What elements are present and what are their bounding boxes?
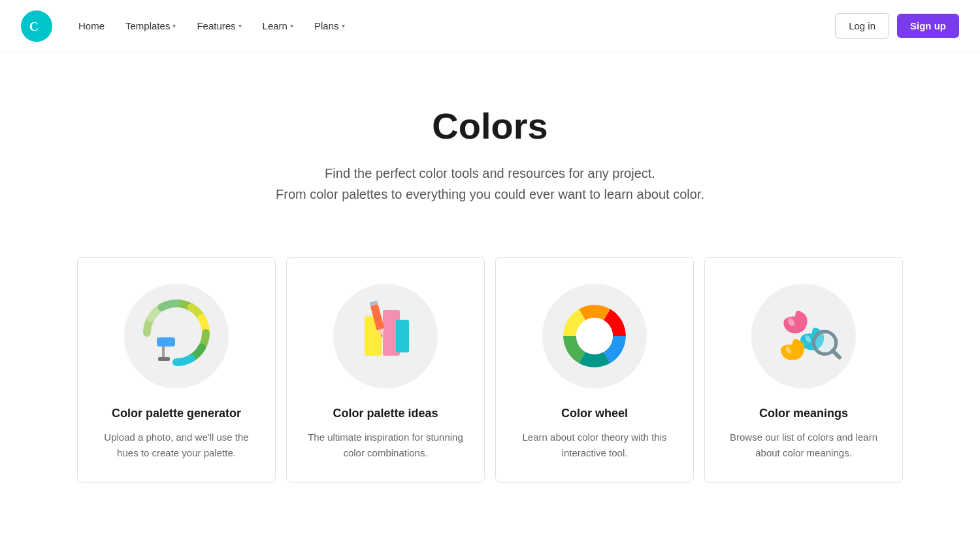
card-title: Color palette generator bbox=[96, 407, 257, 420]
palette-generator-icon bbox=[137, 297, 216, 375]
card-description: Learn about color theory with this inter… bbox=[514, 430, 675, 461]
hero-subtitle: Find the perfect color tools and resourc… bbox=[13, 163, 967, 205]
nav-learn[interactable]: Learn ▾ bbox=[255, 15, 301, 37]
navbar: C Home Templates ▾ Features ▾ Learn ▾ Pl… bbox=[0, 0, 980, 52]
card-icon-bg bbox=[333, 284, 438, 388]
card-icon-bg bbox=[751, 284, 856, 388]
card-palette-ideas[interactable]: Color palette ideas The ultimate inspira… bbox=[286, 257, 485, 483]
canva-logo[interactable]: C bbox=[21, 10, 52, 42]
cards-grid: Color palette generator Upload a photo, … bbox=[33, 244, 947, 522]
svg-rect-2 bbox=[162, 347, 165, 358]
color-wheel-icon bbox=[555, 297, 634, 375]
card-color-wheel[interactable]: Color wheel Learn about color theory wit… bbox=[495, 257, 694, 483]
svg-point-11 bbox=[576, 318, 613, 354]
hero-section: Colors Find the perfect color tools and … bbox=[0, 52, 980, 244]
card-description: The ultimate inspiration for stunning co… bbox=[305, 430, 466, 461]
card-description: Upload a photo, and we'll use the hues t… bbox=[96, 430, 257, 461]
nav-home[interactable]: Home bbox=[71, 15, 112, 37]
nav-links: Home Templates ▾ Features ▾ Learn ▾ Plan… bbox=[71, 15, 835, 37]
nav-actions: Log in Sign up bbox=[835, 13, 959, 39]
card-icon-bg bbox=[542, 284, 647, 388]
nav-features[interactable]: Features ▾ bbox=[189, 15, 249, 37]
card-title: Color meanings bbox=[723, 407, 884, 420]
nav-plans[interactable]: Plans ▾ bbox=[306, 15, 353, 37]
card-color-meanings[interactable]: Color meanings Browse our list of colors… bbox=[704, 257, 903, 483]
chevron-down-icon: ▾ bbox=[238, 22, 242, 29]
color-meanings-icon bbox=[764, 297, 843, 375]
svg-line-16 bbox=[833, 350, 840, 357]
svg-rect-3 bbox=[158, 357, 170, 361]
card-palette-generator[interactable]: Color palette generator Upload a photo, … bbox=[77, 257, 276, 483]
signup-button[interactable]: Sign up bbox=[897, 14, 959, 38]
card-title: Color wheel bbox=[514, 407, 675, 420]
page-title: Colors bbox=[13, 105, 967, 147]
login-button[interactable]: Log in bbox=[835, 13, 889, 39]
card-title: Color palette ideas bbox=[305, 407, 466, 420]
chevron-down-icon: ▾ bbox=[290, 22, 293, 29]
card-description: Browse our list of colors and learn abou… bbox=[723, 430, 884, 461]
svg-rect-1 bbox=[157, 337, 175, 347]
nav-templates[interactable]: Templates ▾ bbox=[118, 15, 184, 37]
palette-ideas-icon bbox=[346, 297, 425, 375]
svg-text:C: C bbox=[29, 20, 39, 33]
chevron-down-icon: ▾ bbox=[342, 22, 345, 29]
card-icon-bg bbox=[124, 284, 229, 388]
chevron-down-icon: ▾ bbox=[172, 22, 176, 29]
svg-rect-10 bbox=[396, 320, 409, 352]
